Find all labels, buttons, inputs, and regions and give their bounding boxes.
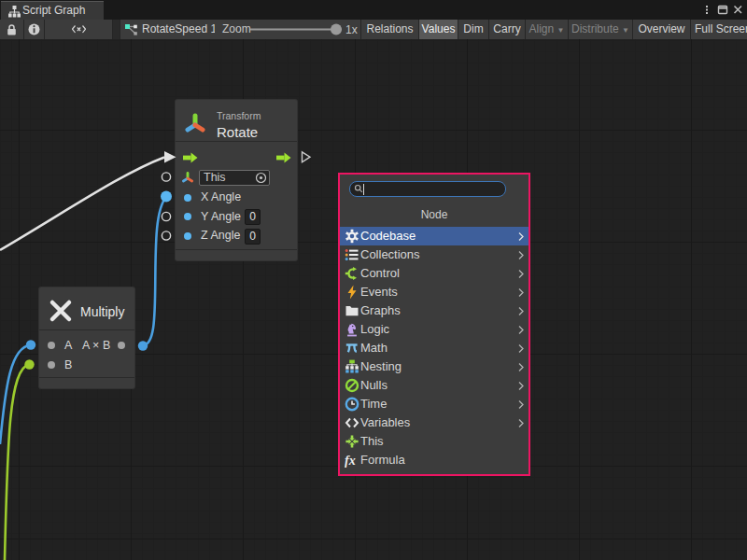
svg-text:1x: 1x xyxy=(345,23,358,36)
svg-text:fx: fx xyxy=(345,454,356,468)
